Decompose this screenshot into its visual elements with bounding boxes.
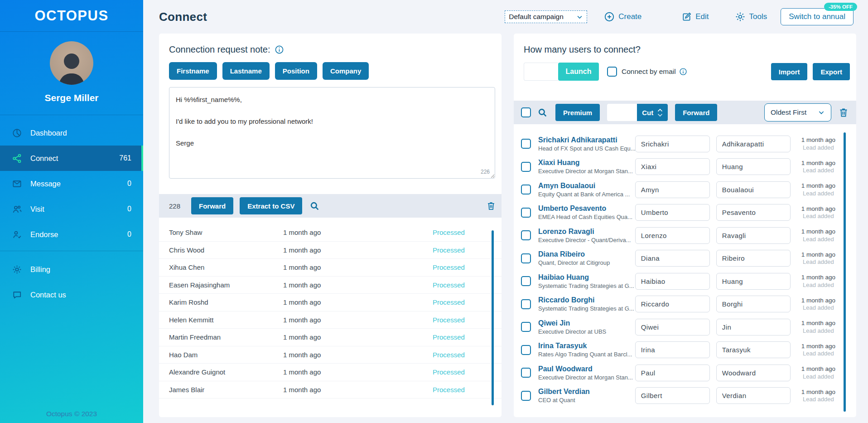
status-label: Processed xyxy=(433,386,492,394)
user-meta: 1 month ago Lead added xyxy=(797,297,840,312)
sidebar-item-label: Billing xyxy=(30,265,50,274)
status-label: Processed xyxy=(433,246,492,254)
firstname-field[interactable] xyxy=(635,319,710,335)
user-checkbox[interactable] xyxy=(521,162,531,172)
firstname-token-button[interactable]: Firstname xyxy=(169,62,217,80)
connection-note-panel: Connection request note: Firstname Lastn… xyxy=(159,34,502,417)
user-info: Srichakri Adhikarapatti Head of FX Spot … xyxy=(538,136,635,152)
user-time: 1 month ago xyxy=(797,273,840,282)
launch-button[interactable]: Launch xyxy=(558,63,599,81)
switch-to-annual-button[interactable]: Switch to annual -35% OFF xyxy=(781,8,854,25)
lastname-field[interactable] xyxy=(716,158,791,175)
firstname-field[interactable] xyxy=(635,387,710,404)
sidebar-item[interactable]: Contact us xyxy=(0,282,143,307)
lastname-field[interactable] xyxy=(716,319,791,335)
lastname-field[interactable] xyxy=(716,365,791,381)
search-icon[interactable] xyxy=(309,200,321,212)
sidebar-item-count: 0 xyxy=(127,230,131,238)
contact-time: 1 month ago xyxy=(283,246,433,254)
user-name: Umberto Pesavento xyxy=(538,204,635,213)
info-icon[interactable] xyxy=(275,45,284,54)
lastname-token-button[interactable]: Lastname xyxy=(222,62,270,80)
user-checkbox[interactable] xyxy=(521,253,531,263)
firstname-field[interactable] xyxy=(635,296,710,312)
lastname-field[interactable] xyxy=(716,204,791,221)
premium-button[interactable]: Premium xyxy=(555,104,600,121)
scrollbar[interactable] xyxy=(844,132,846,412)
sort-select[interactable]: Oldest First xyxy=(764,103,831,122)
create-button[interactable]: Create xyxy=(604,11,641,22)
user-time: 1 month ago xyxy=(797,388,840,396)
sidebar-item[interactable]: Dashboard xyxy=(0,120,143,146)
contact-name: Xihua Chen xyxy=(169,263,283,271)
user-checkbox[interactable] xyxy=(521,299,531,309)
user-checkbox[interactable] xyxy=(521,139,531,149)
user-checkbox[interactable] xyxy=(521,208,531,218)
user-status: Lead added xyxy=(797,282,840,289)
sidebar-item[interactable]: Message 0 xyxy=(0,171,143,196)
connect-by-email-checkbox[interactable] xyxy=(607,67,617,77)
lastname-field[interactable] xyxy=(716,387,791,404)
firstname-field[interactable] xyxy=(635,250,710,267)
firstname-field[interactable] xyxy=(635,227,710,244)
discount-badge: -35% OFF xyxy=(824,3,857,11)
user-checkbox[interactable] xyxy=(521,322,531,332)
cut-button[interactable]: Cut xyxy=(637,104,668,121)
firstname-field[interactable] xyxy=(635,273,710,290)
sidebar-item[interactable]: Endorse 0 xyxy=(0,222,143,247)
firstname-field[interactable] xyxy=(635,365,710,381)
edit-button[interactable]: Edit xyxy=(681,12,709,22)
user-checkbox[interactable] xyxy=(521,276,531,286)
lastname-field[interactable] xyxy=(716,273,791,290)
lastname-field[interactable] xyxy=(716,227,791,244)
forward-button[interactable]: Forward xyxy=(675,104,717,121)
stepper-arrows[interactable] xyxy=(657,108,663,117)
lastname-field[interactable] xyxy=(716,181,791,198)
user-checkbox[interactable] xyxy=(521,230,531,240)
user-name: Paul Woodward xyxy=(538,365,635,373)
company-token-button[interactable]: Company xyxy=(323,62,369,80)
scrollbar[interactable] xyxy=(492,230,494,405)
info-icon[interactable] xyxy=(679,68,687,76)
user-checkbox[interactable] xyxy=(521,391,531,401)
trash-icon[interactable] xyxy=(837,106,850,119)
firstname-field[interactable] xyxy=(635,136,710,152)
sidebar-item[interactable]: Connect 761 xyxy=(0,146,143,171)
search-icon[interactable] xyxy=(536,107,549,119)
user-time: 1 month ago xyxy=(797,136,840,144)
user-time: 1 month ago xyxy=(797,182,840,190)
forward-button[interactable]: Forward xyxy=(191,197,233,214)
firstname-field[interactable] xyxy=(635,158,710,175)
export-button[interactable]: Export xyxy=(813,63,850,80)
firstname-field[interactable] xyxy=(635,204,710,221)
users-count-input[interactable] xyxy=(524,63,558,81)
select-all-checkbox[interactable] xyxy=(521,107,531,117)
dashboard-icon xyxy=(12,127,23,138)
lastname-field[interactable] xyxy=(716,341,791,358)
firstname-field[interactable] xyxy=(635,181,710,198)
user-meta: 1 month ago Lead added xyxy=(797,251,840,266)
connect-by-email-label: Connect by email xyxy=(622,68,687,76)
contact-time: 1 month ago xyxy=(283,263,433,271)
user-subtitle: EMEA Head of Cash Equities Qua... xyxy=(538,214,635,220)
user-checkbox[interactable] xyxy=(521,185,531,194)
sidebar-item[interactable]: Visit 0 xyxy=(0,196,143,222)
note-textarea[interactable]: Hi %%first_name%%, I'd like to add you t… xyxy=(169,87,495,179)
import-button[interactable]: Import xyxy=(771,63,808,80)
firstname-field[interactable] xyxy=(635,341,710,358)
user-checkbox[interactable] xyxy=(521,368,531,378)
campaign-select[interactable]: Default campaign xyxy=(505,10,587,23)
table-row: Alexandre Guignot 1 month ago Processed xyxy=(159,364,502,381)
user-checkbox[interactable] xyxy=(521,345,531,355)
list-item: Irina Tarasyuk Rates Algo Trading Quant … xyxy=(521,339,840,362)
sidebar-item[interactable]: Billing xyxy=(0,257,143,282)
tools-button[interactable]: Tools xyxy=(735,11,767,22)
lastname-field[interactable] xyxy=(716,136,791,152)
lastname-field[interactable] xyxy=(716,296,791,312)
lastname-field[interactable] xyxy=(716,250,791,267)
trash-icon[interactable] xyxy=(485,200,497,212)
extract-csv-button[interactable]: Extract to CSV xyxy=(240,197,302,214)
cut-count-input[interactable] xyxy=(607,104,637,121)
position-token-button[interactable]: Position xyxy=(275,62,317,80)
sidebar-item-count: 0 xyxy=(127,205,131,213)
